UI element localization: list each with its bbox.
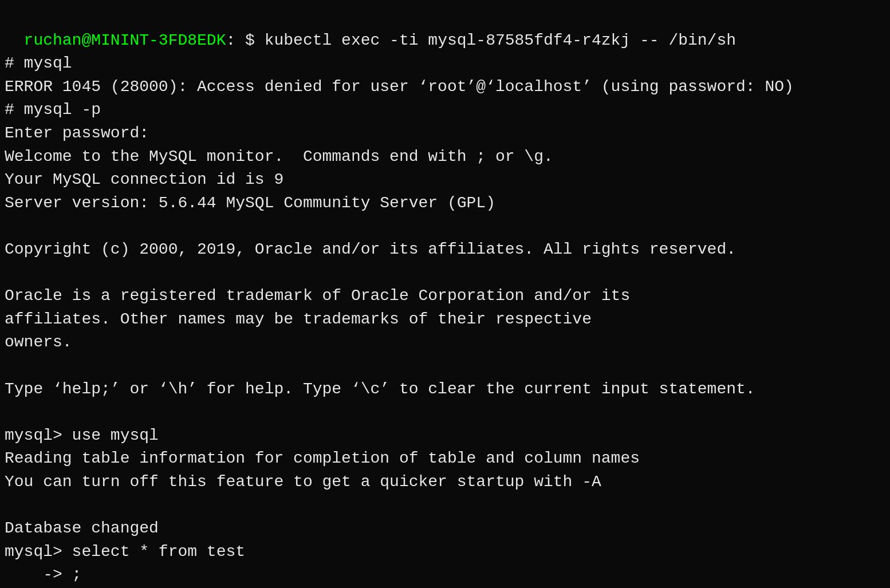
line-mysql-1: mysql> use mysql [5, 427, 159, 444]
line-10: owners. [5, 333, 72, 351]
line-1: # mysql [5, 54, 72, 72]
line-5: Your MySQL connection id is 9 [5, 171, 283, 188]
user-prompt: ruchan@MININT-3FD8EDK [24, 31, 226, 49]
line-13: You can turn off this feature to get a q… [5, 473, 601, 491]
line-6: Server version: 5.6.44 MySQL Community S… [5, 194, 495, 212]
line-4: Welcome to the MySQL monitor. Commands e… [5, 148, 553, 165]
terminal-window[interactable]: ruchan@MININT-3FD8EDK: $ kubectl exec -t… [0, 0, 890, 588]
line-3: Enter password: [5, 124, 149, 142]
prompt-separator: : $ kubectl exec -ti mysql-87585fdf4-r4z… [226, 31, 736, 49]
line-error: ERROR 1045 (28000): Access denied for us… [5, 78, 794, 96]
line-14: Database changed [5, 519, 159, 537]
line-12: Reading table information for completion… [5, 449, 640, 467]
line-mysql-2: mysql> select * from test [5, 543, 245, 561]
line-11: Type ‘help;’ or ‘\h’ for help. Type ‘\c’… [5, 380, 755, 398]
line-7: Copyright (c) 2000, 2019, Oracle and/or … [5, 240, 736, 258]
line-9: affiliates. Other names may be trademark… [5, 310, 592, 328]
line-8: Oracle is a registered trademark of Orac… [5, 287, 630, 305]
line-mysql-3: -> ; [5, 566, 81, 583]
line-2: # mysql -p [5, 101, 101, 119]
